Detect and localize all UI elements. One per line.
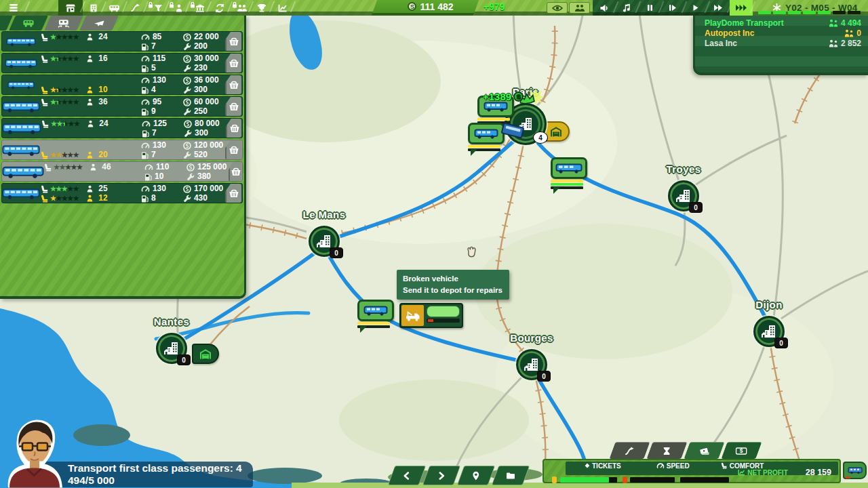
price-icon — [183, 54, 191, 63]
menu-button[interactable] — [0, 0, 27, 16]
vehicle-row[interactable]: ★★★★★201307120 000520 — [1, 140, 243, 160]
step-forward-button[interactable] — [661, 0, 684, 16]
fuel-value: 7 — [151, 41, 156, 51]
pause-button[interactable] — [638, 0, 661, 16]
city-marker-bourges[interactable]: Bourges0 — [516, 349, 547, 380]
tab-bus[interactable] — [9, 16, 48, 30]
buy-button[interactable] — [225, 32, 241, 51]
vehicle-count-badge: 0 — [774, 338, 788, 348]
speed-slider[interactable] — [630, 477, 675, 483]
locate-button[interactable] — [457, 466, 496, 485]
speed-value: 130 — [153, 140, 166, 150]
saves-button[interactable] — [492, 466, 530, 485]
bus-stop-marker[interactable] — [468, 123, 505, 151]
fast-forward-button[interactable] — [707, 0, 730, 16]
tab-waiting[interactable] — [646, 442, 687, 459]
leaderboard-row[interactable]: Autopost Inc0 — [695, 28, 868, 38]
star-icon: ★ — [56, 86, 61, 94]
fastest-button[interactable] — [730, 0, 753, 16]
buy-button[interactable] — [225, 75, 241, 94]
tooltip-line1: Broken vehicle — [403, 273, 502, 285]
music-button[interactable] — [616, 0, 639, 16]
tab-finance[interactable]: $ — [721, 442, 762, 459]
depot-flag-nantes[interactable] — [192, 344, 219, 364]
vehicle-row[interactable]: ★★★★★25★★★★★121308170 000430 — [1, 183, 243, 203]
city-marker-dijon[interactable]: Dijon0 — [753, 316, 785, 347]
depots-button[interactable] — [83, 0, 104, 16]
speed-icon — [141, 97, 150, 106]
tab-routes-overview[interactable] — [609, 442, 650, 459]
vehicle-row[interactable]: ★★★★★16115530 000230 — [1, 53, 243, 73]
vehicle-row[interactable]: ★★★★★2485722 000200 — [1, 31, 243, 52]
tab-plane[interactable] — [79, 16, 119, 30]
buy-button[interactable] — [226, 119, 241, 138]
repair-progress-bar — [427, 306, 460, 317]
standard-class-line: ★★★★★16 — [41, 54, 141, 62]
city-marker-troyes[interactable]: Troyes0 — [668, 180, 699, 211]
comfort-slider[interactable] — [680, 477, 729, 483]
visibility-toggle[interactable] — [547, 2, 568, 14]
fuel-icon — [141, 150, 149, 159]
play-button[interactable] — [684, 0, 707, 16]
buy-button[interactable] — [225, 140, 241, 159]
city-marker-nantes[interactable]: Nantes0 — [156, 333, 187, 364]
price-value: 36 000 — [194, 75, 219, 85]
price-value: 60 000 — [194, 97, 219, 106]
tickets-slider-knob[interactable] — [552, 476, 557, 483]
terminals-locked-button[interactable] — [146, 0, 167, 16]
bank-locked-button[interactable] — [188, 0, 209, 16]
staff-locked-button[interactable] — [167, 0, 188, 16]
tow-truck-button[interactable] — [401, 305, 424, 326]
routes-button[interactable] — [125, 0, 146, 16]
speed-slider-knob[interactable] — [623, 476, 627, 483]
achievements-button[interactable] — [251, 0, 272, 16]
passenger-count: 12 — [98, 193, 107, 203]
next-button[interactable] — [422, 466, 461, 485]
standard-class-line: ★★★★★46 — [44, 163, 144, 171]
buy-basket-icon — [229, 145, 239, 155]
leaderboard-row[interactable]: PlayDome Transport4 494 — [695, 18, 868, 28]
passenger-count: 10 — [98, 85, 107, 94]
broken-vehicle-widget[interactable] — [399, 303, 463, 328]
svg-text:$: $ — [740, 447, 743, 454]
saves-icon — [506, 472, 515, 479]
statistics-icon — [278, 4, 288, 12]
sound-icon — [599, 4, 608, 12]
people-icon — [844, 29, 854, 37]
price-icon — [184, 119, 192, 128]
reactions-toggle[interactable] — [569, 2, 590, 14]
seat-icon — [44, 162, 52, 171]
vehicle-row[interactable]: ★★★★★3695960 000250 — [1, 96, 243, 117]
vehicle-list: ★★★★★2485722 000200★★★★★16115530 000230★… — [1, 31, 243, 203]
wait-tab-icon — [663, 447, 671, 455]
star-icon: ★ — [73, 86, 79, 94]
advisor-avatar[interactable] — [0, 416, 68, 488]
fuel-value: 7 — [151, 150, 156, 159]
vehicles-button[interactable] — [104, 0, 125, 16]
prev-button[interactable] — [388, 466, 427, 485]
vehicle-row[interactable]: ★★★★★4611010125 000380 — [1, 161, 243, 182]
speed-icon — [141, 32, 150, 41]
vehicle-row[interactable]: ★★★★★24125780 000300 — [1, 118, 243, 138]
city-marker-le-mans[interactable]: Le Mans0 — [309, 226, 340, 257]
leaderboard-row[interactable]: Lasa Inc2 852 — [695, 38, 868, 48]
tab-train[interactable] — [44, 16, 83, 30]
vehicle-row[interactable]: ★★★★★10130436 000300 — [1, 75, 243, 95]
competitors-locked-button[interactable] — [230, 0, 251, 16]
stations-button[interactable] — [58, 0, 83, 16]
selected-vehicle-flag[interactable] — [843, 462, 867, 479]
buy-button[interactable] — [229, 162, 241, 181]
vehicle-marker[interactable] — [551, 157, 587, 189]
loans-button[interactable] — [209, 0, 230, 16]
tab-tickets[interactable] — [684, 442, 724, 459]
sound-button[interactable] — [593, 0, 616, 16]
buy-button[interactable] — [225, 97, 241, 116]
people-icon — [829, 39, 838, 47]
buy-button[interactable] — [225, 184, 241, 203]
statistics-button[interactable] — [272, 0, 293, 16]
price-icon — [183, 140, 191, 150]
bus-stop-marker-broken[interactable] — [357, 300, 394, 328]
buy-button[interactable] — [225, 54, 241, 73]
tickets-slider[interactable] — [560, 477, 617, 483]
company-name: PlayDome Transport — [705, 18, 784, 28]
